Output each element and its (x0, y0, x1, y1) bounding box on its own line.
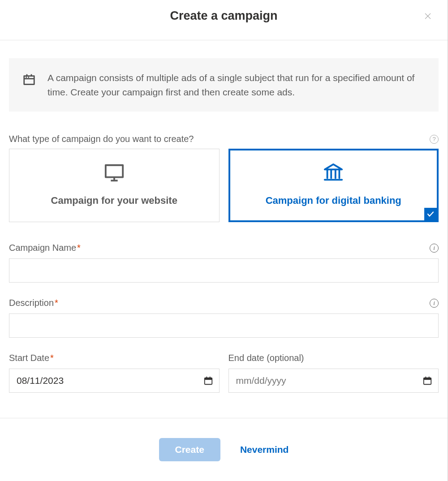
info-icon[interactable]: i (430, 244, 439, 253)
date-row: Start Date* End date (optional) (9, 353, 439, 393)
type-cards: Campaign for your website Campaign for d… (9, 149, 439, 222)
help-icon[interactable]: ? (430, 135, 439, 144)
campaign-name-label: Campaign Name* (9, 243, 81, 253)
description-group: Description* i (9, 298, 439, 338)
calendar-icon (22, 73, 36, 88)
type-card-website[interactable]: Campaign for your website (9, 149, 220, 222)
close-icon (424, 12, 432, 20)
close-button[interactable] (422, 10, 434, 22)
campaign-name-input[interactable] (9, 258, 439, 283)
type-card-label: Campaign for digital banking (233, 195, 434, 206)
monitor-icon (14, 162, 215, 184)
end-date-group: End date (optional) (228, 353, 439, 393)
cancel-button[interactable]: Nevermind (240, 444, 289, 455)
campaign-name-group: Campaign Name* i (9, 243, 439, 283)
type-card-label: Campaign for your website (14, 195, 215, 206)
modal-body: A campaign consists of multiple ads of a… (0, 40, 448, 418)
bank-icon (233, 162, 434, 184)
type-card-banking[interactable]: Campaign for digital banking (228, 149, 439, 222)
start-date-label: Start Date* (9, 353, 54, 363)
end-date-label: End date (optional) (228, 353, 304, 363)
create-button[interactable]: Create (159, 438, 220, 461)
type-question: What type of campaign do you want to cre… (9, 134, 194, 144)
description-label: Description* (9, 298, 58, 308)
description-input[interactable] (9, 314, 439, 338)
svg-marker-11 (325, 164, 342, 170)
svg-rect-7 (28, 77, 30, 78)
start-date-input[interactable] (9, 369, 220, 393)
modal-footer: Create Nevermind (0, 418, 448, 481)
selected-check-icon (424, 208, 437, 220)
start-date-group: Start Date* (9, 353, 220, 393)
info-banner: A campaign consists of multiple ads of a… (9, 58, 439, 112)
end-date-input[interactable] (228, 369, 439, 393)
info-icon[interactable]: i (430, 299, 439, 308)
modal-header: Create a campaign (0, 0, 448, 40)
info-text: A campaign consists of multiple ads of a… (47, 71, 425, 99)
type-question-row: What type of campaign do you want to cre… (9, 134, 439, 144)
modal-title: Create a campaign (0, 9, 448, 23)
svg-rect-6 (26, 77, 27, 78)
svg-rect-8 (106, 165, 123, 177)
